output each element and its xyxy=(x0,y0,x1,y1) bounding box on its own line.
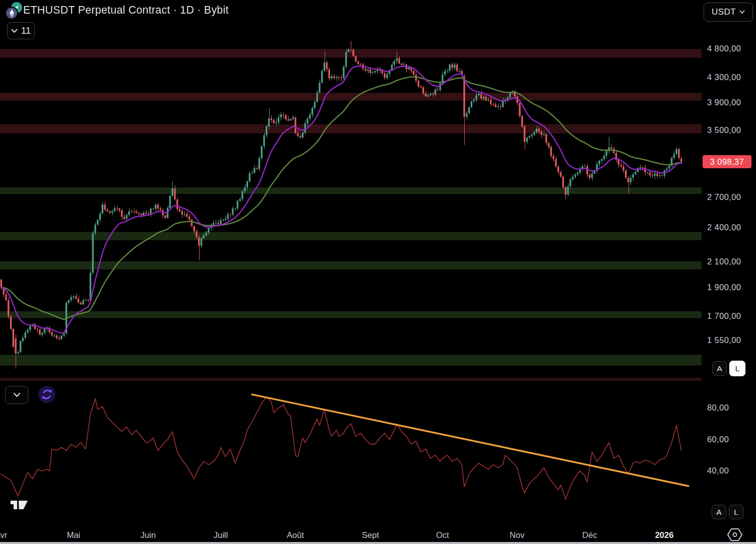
rsi-pane-collapse-button[interactable] xyxy=(5,386,28,404)
indicators-count: 11 xyxy=(21,25,31,36)
current-price-label: 3 098,37 xyxy=(703,155,751,168)
chevron-down-icon xyxy=(739,10,745,14)
eth-logo-icon xyxy=(6,8,17,19)
price-axis-label: 4 800,00 xyxy=(707,44,741,53)
time-axis-label: Avr xyxy=(0,530,7,540)
indicators-collapsed-chip[interactable]: 11 xyxy=(7,22,35,39)
time-axis-label: Déc xyxy=(582,530,597,540)
price-axis-label: 2 700,00 xyxy=(707,192,741,202)
price-pane-l-button[interactable]: L xyxy=(729,361,745,376)
rsi-axis-label: 40,00 xyxy=(707,466,729,475)
price-axis-label: 3 500,00 xyxy=(707,125,741,135)
price-axis-label: 1 700,00 xyxy=(707,311,741,321)
currency-label: USDT xyxy=(712,7,736,17)
time-axis-label: Nov xyxy=(510,530,524,540)
price-axis-label: 4 300,00 xyxy=(707,73,741,82)
chevron-down-icon xyxy=(11,29,18,33)
time-axis-label: Juin xyxy=(141,530,156,540)
price-pane-a-button[interactable]: A xyxy=(712,361,727,376)
rsi-axis-label: 80,00 xyxy=(707,403,729,413)
window-bottom-edge xyxy=(0,542,756,544)
price-axis-label: 2 400,00 xyxy=(707,223,741,232)
time-axis-label: 2026 xyxy=(655,530,674,540)
rsi-pane-l-button[interactable]: L xyxy=(729,505,743,519)
symbol-title[interactable]: ETHUSDT Perpetual Contract · 1D · Bybit xyxy=(23,4,229,17)
symbol-logo xyxy=(4,1,23,20)
time-axis-label: Sept xyxy=(362,530,379,540)
time-axis-label: Oct xyxy=(436,530,449,540)
price-axis-label: 1 550,00 xyxy=(707,335,741,345)
price-axis-label: 2 100,00 xyxy=(707,257,741,266)
rsi-pane-a-button[interactable]: A xyxy=(712,505,726,519)
rsi-chart-canvas[interactable] xyxy=(0,378,702,524)
time-axis-label: Juill xyxy=(214,530,228,540)
price-axis-label: 3 900,00 xyxy=(707,98,741,107)
price-axis-label: 1 900,00 xyxy=(707,283,741,292)
trading-chart-app: { "header": { "symbol_title": "ETHUSDT P… xyxy=(0,0,756,544)
time-axis-label: Mai xyxy=(67,530,81,540)
chevron-down-icon xyxy=(13,392,21,397)
price-chart-canvas[interactable] xyxy=(0,0,702,378)
time-axis-label: Août xyxy=(287,530,304,540)
tradingview-logo[interactable] xyxy=(10,497,30,514)
quick-settings-hexagon-icon[interactable] xyxy=(727,528,743,543)
refresh-sync-icon[interactable] xyxy=(38,386,55,403)
rsi-axis-label: 60,00 xyxy=(707,435,729,444)
currency-dropdown[interactable]: USDT xyxy=(704,3,753,22)
